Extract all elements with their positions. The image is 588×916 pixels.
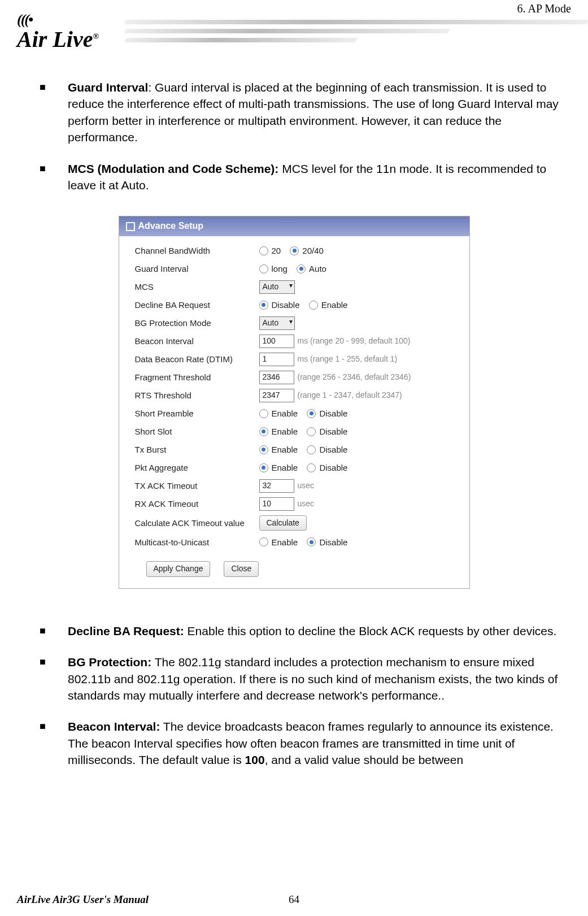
row-guard-interval: Guard Interval long Auto (135, 262, 460, 276)
apply-change-button[interactable]: Apply Change (146, 561, 211, 577)
radio-disable[interactable] (259, 301, 268, 310)
bullet-title: MCS (Modulation and Code Scheme): (68, 162, 278, 175)
row-rts-threshold: RTS Threshold 2347 (range 1 - 2347, defa… (135, 389, 460, 402)
txack-input[interactable]: 32 (259, 479, 294, 493)
rts-input[interactable]: 2347 (259, 389, 294, 402)
radio-enable[interactable] (309, 301, 318, 310)
bullet-guard-interval: Guard Interval: Guard interval is placed… (40, 79, 571, 146)
radio-enable[interactable] (259, 445, 268, 454)
footer-page-number: 64 (289, 893, 299, 906)
advance-setup-panel: Advance Setup Channel BandWidth 20 20/40… (119, 216, 470, 589)
row-calc-ack: Calculate ACK Timeout value Calculate (135, 515, 460, 531)
radio-disable[interactable] (307, 463, 316, 472)
bullet-decline-ba: Decline BA Request: Enable this option t… (40, 623, 571, 639)
radio-enable[interactable] (259, 409, 268, 418)
row-short-preamble: Short Preamble Enable Disable (135, 407, 460, 420)
row-rx-ack-timeout: RX ACK Timeout 10 usec (135, 497, 460, 511)
row-mcs: MCS Auto (135, 280, 460, 294)
beacon-input[interactable]: 100 (259, 335, 294, 348)
radio-disable[interactable] (307, 427, 316, 436)
bullet-mcs: MCS (Modulation and Code Scheme): MCS le… (40, 160, 571, 194)
mcs-select[interactable]: Auto (259, 280, 295, 294)
radio-auto[interactable] (297, 264, 306, 274)
footer-manual-title: AirLive Air3G User's Manual (17, 893, 149, 906)
panel-header: Advance Setup (119, 216, 469, 236)
radio-enable[interactable] (259, 463, 268, 472)
radio-disable[interactable] (307, 537, 316, 546)
page-header: 6. AP Mode (((• Air Live® (0, 0, 588, 62)
row-multicast: Multicast-to-Unicast Enable Disable (135, 535, 460, 549)
radio-enable[interactable] (259, 537, 268, 546)
page-footer: AirLive Air3G User's Manual 64 (17, 893, 571, 906)
row-decline-ba: Decline BA Request Disable Enable (135, 298, 460, 312)
close-button[interactable]: Close (224, 561, 259, 577)
bullet-title: Guard Interval (68, 81, 148, 94)
radio-enable[interactable] (259, 427, 268, 436)
bg-select[interactable]: Auto (259, 316, 295, 330)
header-decoration (125, 20, 588, 59)
row-channel-bandwidth: Channel BandWidth 20 20/40 (135, 244, 460, 258)
bullet-title: BG Protection: (68, 655, 151, 668)
panel-title: Advance Setup (138, 220, 204, 232)
bullet-body: Enable this option to decline the Block … (184, 624, 557, 637)
row-tx-burst: Tx Burst Enable Disable (135, 443, 460, 457)
row-short-slot: Short Slot Enable Disable (135, 425, 460, 439)
rxack-input[interactable]: 10 (259, 497, 294, 511)
row-tx-ack-timeout: TX ACK Timeout 32 usec (135, 479, 460, 493)
dtim-input[interactable]: 1 (259, 353, 294, 366)
logo: (((• Air Live® (17, 6, 99, 51)
radio-20-40[interactable] (290, 246, 299, 255)
radio-20[interactable] (259, 246, 268, 255)
bullet-title: Beacon Interval: (68, 720, 160, 733)
bullet-bg-protection: BG Protection: The 802.11g standard incl… (40, 654, 571, 704)
bullet-beacon-interval: Beacon Interval: The device broadcasts b… (40, 718, 571, 768)
row-pkt-aggregate: Pkt Aggregate Enable Disable (135, 461, 460, 475)
chapter-label: 6. AP Mode (517, 2, 571, 15)
row-fragment-threshold: Fragment Threshold 2346 (range 256 - 234… (135, 371, 460, 384)
calculate-button[interactable]: Calculate (259, 515, 307, 531)
radio-long[interactable] (259, 264, 268, 274)
row-bg-protection: BG Protection Mode Auto (135, 316, 460, 330)
radio-disable[interactable] (307, 445, 316, 454)
row-dtim: Data Beacon Rate (DTIM) 1 ms (range 1 - … (135, 353, 460, 366)
bullet-title: Decline BA Request: (68, 624, 184, 637)
radio-disable[interactable] (307, 409, 316, 418)
panel-icon (126, 222, 135, 231)
frag-input[interactable]: 2346 (259, 371, 294, 384)
row-beacon-interval: Beacon Interval 100 ms (range 20 - 999, … (135, 335, 460, 348)
content-body: Guard Interval: Guard interval is placed… (0, 62, 588, 769)
